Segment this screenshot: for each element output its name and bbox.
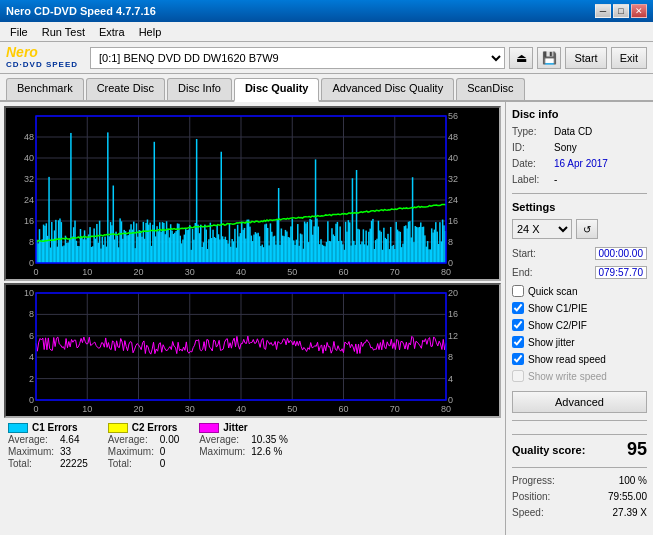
disc-info-title: Disc info (512, 108, 647, 120)
exit-button[interactable]: Exit (611, 47, 647, 69)
quick-scan-label: Quick scan (528, 286, 577, 297)
tab-benchmark[interactable]: Benchmark (6, 78, 84, 100)
title-bar: Nero CD-DVD Speed 4.7.7.16 ─ □ ✕ (0, 0, 653, 22)
minimize-button[interactable]: ─ (595, 4, 611, 18)
jitter-max-value: 12.6 % (251, 446, 282, 457)
c1-avg-value: 4.64 (60, 434, 79, 445)
c2-legend-title: C2 Errors (108, 422, 179, 433)
end-time-row: End: 079:57.70 (512, 266, 647, 279)
progress-row: Progress: 100 % (512, 475, 647, 486)
disc-type-label: Type: (512, 126, 550, 137)
show-c2-checkbox[interactable] (512, 319, 524, 331)
c1-title: C1 Errors (32, 422, 78, 433)
maximize-button[interactable]: □ (613, 4, 629, 18)
start-button[interactable]: Start (565, 47, 606, 69)
speed-stat-label: Speed: (512, 507, 544, 518)
show-c2-label: Show C2/PIF (528, 320, 587, 331)
c2-max-label: Maximum: (108, 446, 156, 457)
tab-create-disc[interactable]: Create Disc (86, 78, 165, 100)
menu-help[interactable]: Help (133, 25, 168, 39)
chart-area: C1 Errors Average: 4.64 Maximum: 33 Tota… (0, 102, 505, 535)
start-time-row: Start: 000:00.00 (512, 247, 647, 260)
tab-advanced-disc-quality[interactable]: Advanced Disc Quality (321, 78, 454, 100)
show-jitter-row: Show jitter (512, 336, 647, 348)
c1-average-row: Average: 4.64 (8, 434, 88, 445)
show-c1-row: Show C1/PIE (512, 302, 647, 314)
start-value: 000:00.00 (595, 247, 648, 260)
c2-max-value: 0 (160, 446, 166, 457)
toolbar: Nero CD·DVD SPEED [0:1] BENQ DVD DD DW16… (0, 42, 653, 74)
show-read-row: Show read speed (512, 353, 647, 365)
show-write-checkbox (512, 370, 524, 382)
c1-color-swatch (8, 423, 28, 433)
close-button[interactable]: ✕ (631, 4, 647, 18)
quick-scan-checkbox[interactable] (512, 285, 524, 297)
refresh-button[interactable]: ↺ (576, 219, 598, 239)
speed-stat-value: 27.39 X (613, 507, 647, 518)
jitter-average-row: Average: 10.35 % (199, 434, 288, 445)
logo-nero: Nero (6, 45, 38, 60)
end-label: End: (512, 267, 533, 278)
position-row: Position: 79:55.00 (512, 491, 647, 502)
progress-value: 100 % (619, 475, 647, 486)
c2-avg-value: 0.00 (160, 434, 179, 445)
menu-bar: File Run Test Extra Help (0, 22, 653, 42)
drive-select[interactable]: [0:1] BENQ DVD DD DW1620 B7W9 (90, 47, 505, 69)
speed-row: 24 X ↺ (512, 219, 647, 239)
menu-run-test[interactable]: Run Test (36, 25, 91, 39)
position-label: Position: (512, 491, 550, 502)
quick-scan-row: Quick scan (512, 285, 647, 297)
bottom-chart (4, 283, 501, 418)
speed-stat-row: Speed: 27.39 X (512, 507, 647, 518)
jitter-legend: Jitter Average: 10.35 % Maximum: 12.6 % (199, 422, 288, 469)
disc-date-row: Date: 16 Apr 2017 (512, 158, 647, 169)
c1-legend-title: C1 Errors (8, 422, 88, 433)
save-button[interactable]: 💾 (537, 47, 561, 69)
c2-title: C2 Errors (132, 422, 178, 433)
c2-max-row: Maximum: 0 (108, 446, 179, 457)
right-panel: Disc info Type: Data CD ID: Sony Date: 1… (505, 102, 653, 535)
tab-disc-quality[interactable]: Disc Quality (234, 78, 320, 102)
eject-button[interactable]: ⏏ (509, 47, 533, 69)
c1-avg-label: Average: (8, 434, 56, 445)
c2-total-label: Total: (108, 458, 156, 469)
disc-label-value: - (554, 174, 557, 185)
advanced-button[interactable]: Advanced (512, 391, 647, 413)
jitter-legend-title: Jitter (199, 422, 288, 433)
window-controls: ─ □ ✕ (595, 4, 647, 18)
show-jitter-label: Show jitter (528, 337, 575, 348)
jitter-color-swatch (199, 423, 219, 433)
jitter-title: Jitter (223, 422, 247, 433)
menu-file[interactable]: File (4, 25, 34, 39)
tab-scan-disc[interactable]: ScanDisc (456, 78, 524, 100)
settings-title: Settings (512, 201, 647, 213)
disc-type-row: Type: Data CD (512, 126, 647, 137)
c2-legend: C2 Errors Average: 0.00 Maximum: 0 Total… (108, 422, 179, 469)
c1-max-value: 33 (60, 446, 71, 457)
c1-max-row: Maximum: 33 (8, 446, 88, 457)
show-c1-checkbox[interactable] (512, 302, 524, 314)
disc-id-value: Sony (554, 142, 577, 153)
speed-select[interactable]: 24 X (512, 219, 572, 239)
disc-date-value: 16 Apr 2017 (554, 158, 608, 169)
tab-bar: Benchmark Create Disc Disc Info Disc Qua… (0, 74, 653, 102)
c2-total-row: Total: 0 (108, 458, 179, 469)
jitter-avg-label: Average: (199, 434, 247, 445)
jitter-max-label: Maximum: (199, 446, 247, 457)
tab-disc-info[interactable]: Disc Info (167, 78, 232, 100)
show-read-checkbox[interactable] (512, 353, 524, 365)
disc-date-label: Date: (512, 158, 550, 169)
progress-label: Progress: (512, 475, 555, 486)
disc-id-row: ID: Sony (512, 142, 647, 153)
menu-extra[interactable]: Extra (93, 25, 131, 39)
disc-type-value: Data CD (554, 126, 592, 137)
show-jitter-checkbox[interactable] (512, 336, 524, 348)
quality-score-value: 95 (627, 439, 647, 460)
start-label: Start: (512, 248, 536, 259)
c1-legend: C1 Errors Average: 4.64 Maximum: 33 Tota… (8, 422, 88, 469)
c2-average-row: Average: 0.00 (108, 434, 179, 445)
show-write-row: Show write speed (512, 370, 647, 382)
top-chart (4, 106, 501, 281)
position-value: 79:55.00 (608, 491, 647, 502)
main-content: C1 Errors Average: 4.64 Maximum: 33 Tota… (0, 102, 653, 535)
